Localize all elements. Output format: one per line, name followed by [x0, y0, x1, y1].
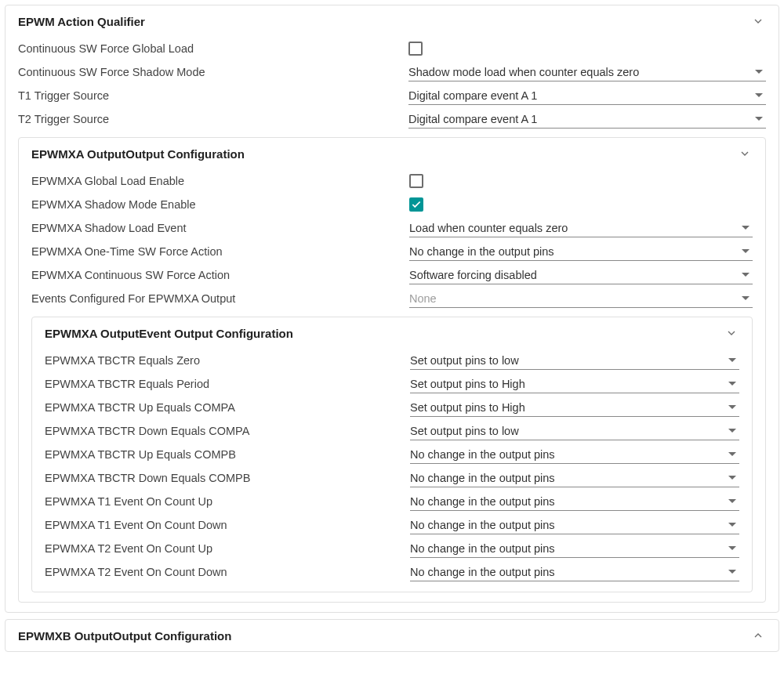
caret-down-icon	[728, 570, 736, 574]
label-epwmxa-onetime-sw-force: EPWMXA One-Time SW Force Action	[31, 245, 409, 258]
select-tbctr-zero[interactable]: Set output pins to low	[410, 351, 739, 370]
chevron-up-icon	[750, 628, 766, 643]
field-t2-trigger: T2 Trigger Source Digital compare event …	[18, 107, 766, 131]
label-cswf-shadow-mode: Continuous SW Force Shadow Mode	[18, 66, 408, 78]
label-t2-count-down: EPWMXA T2 Event On Count Down	[45, 566, 410, 578]
panel-header-epwmxa-output[interactable]: EPWMXA OutputOutput Configuration	[19, 138, 765, 166]
caret-down-icon	[728, 405, 736, 409]
label-t1-trigger: T1 Trigger Source	[18, 89, 408, 102]
select-tbctr-down-compa[interactable]: Set output pins to low	[410, 422, 739, 440]
select-value: No change in the output pins	[409, 245, 554, 258]
select-tbctr-down-compb[interactable]: No change in the output pins	[410, 469, 739, 487]
field-epwmxa-shadow-load-event: EPWMXA Shadow Load Event Load when count…	[31, 216, 753, 240]
select-value: Shadow mode load when counter equals zer…	[408, 66, 639, 78]
select-tbctr-up-compa[interactable]: Set output pins to High	[410, 398, 739, 417]
caret-down-icon	[742, 249, 750, 253]
field-t1-trigger: T1 Trigger Source Digital compare event …	[18, 84, 766, 107]
field-t1-count-down: EPWMXA T1 Event On Count Down No change …	[45, 513, 739, 537]
field-tbctr-zero: EPWMXA TBCTR Equals Zero Set output pins…	[45, 349, 739, 372]
select-t2-count-up[interactable]: No change in the output pins	[410, 539, 739, 558]
panel-body-action-qualifier: Continuous SW Force Global Load Continuo…	[5, 34, 779, 612]
label-t2-trigger: T2 Trigger Source	[18, 113, 408, 125]
select-value: Load when counter equals zero	[409, 222, 568, 234]
panel-epwmxa-output: EPWMXA OutputOutput Configuration EPWMXA…	[18, 137, 766, 603]
label-t2-count-up: EPWMXA T2 Event On Count Up	[45, 542, 410, 555]
caret-down-icon	[742, 226, 750, 230]
select-value: Digital compare event A 1	[408, 113, 537, 125]
caret-down-icon	[755, 117, 763, 121]
select-value: No change in the output pins	[410, 495, 555, 508]
select-value: Software forcing disabled	[409, 269, 537, 281]
label-tbctr-zero: EPWMXA TBCTR Equals Zero	[45, 354, 410, 367]
label-epwmxa-continuous-sw-force: EPWMXA Continuous SW Force Action	[31, 269, 409, 281]
caret-down-icon	[728, 546, 736, 550]
caret-down-icon	[728, 382, 736, 386]
label-tbctr-up-compb: EPWMXA TBCTR Up Equals COMPB	[45, 448, 410, 461]
field-tbctr-up-compa: EPWMXA TBCTR Up Equals COMPA Set output …	[45, 396, 739, 419]
select-value: No change in the output pins	[410, 448, 555, 461]
chevron-down-icon	[724, 325, 739, 341]
panel-title-action-qualifier: EPWM Action Qualifier	[18, 15, 145, 28]
select-tbctr-period[interactable]: Set output pins to High	[410, 375, 739, 393]
checkbox-epwmxa-global-load-enable[interactable]	[409, 174, 423, 188]
panel-header-epwmxb-output[interactable]: EPWMXB OutputOutput Configuration	[5, 620, 779, 651]
panel-epwmxa-output-event: EPWMXA OutputEvent Output Configuration …	[31, 317, 753, 592]
select-value: No change in the output pins	[410, 472, 555, 484]
select-value: No change in the output pins	[410, 542, 555, 555]
field-cswf-shadow-mode: Continuous SW Force Shadow Mode Shadow m…	[18, 60, 766, 84]
select-epwmxa-onetime-sw-force[interactable]: No change in the output pins	[409, 242, 753, 261]
label-t1-count-down: EPWMXA T1 Event On Count Down	[45, 519, 410, 531]
checkbox-epwmxa-shadow-mode-enable[interactable]	[409, 197, 423, 212]
panel-title-epwmxa-output-event: EPWMXA OutputEvent Output Configuration	[45, 327, 293, 340]
field-epwmxa-continuous-sw-force: EPWMXA Continuous SW Force Action Softwa…	[31, 263, 753, 287]
chevron-down-icon	[750, 13, 766, 29]
field-cswf-global-load: Continuous SW Force Global Load	[18, 37, 766, 60]
select-value: None	[409, 292, 437, 305]
select-value: Set output pins to High	[410, 401, 525, 414]
caret-down-icon	[728, 499, 736, 503]
select-value: No change in the output pins	[410, 566, 555, 578]
caret-down-icon	[728, 523, 736, 527]
field-tbctr-down-compb: EPWMXA TBCTR Down Equals COMPB No change…	[45, 466, 739, 490]
select-t2-trigger[interactable]: Digital compare event A 1	[408, 110, 766, 129]
field-tbctr-down-compa: EPWMXA TBCTR Down Equals COMPA Set outpu…	[45, 419, 739, 443]
select-tbctr-up-compb[interactable]: No change in the output pins	[410, 445, 739, 464]
field-epwmxa-global-load-enable: EPWMXA Global Load Enable	[31, 169, 753, 193]
select-value: Set output pins to low	[410, 425, 519, 437]
caret-down-icon	[728, 429, 736, 433]
select-t1-count-up[interactable]: No change in the output pins	[410, 492, 739, 511]
select-value: Set output pins to High	[410, 378, 525, 390]
select-epwmxa-shadow-load-event[interactable]: Load when counter equals zero	[409, 219, 753, 237]
field-tbctr-up-compb: EPWMXA TBCTR Up Equals COMPB No change i…	[45, 443, 739, 466]
select-value: Digital compare event A 1	[408, 89, 537, 102]
caret-down-icon	[742, 296, 750, 300]
caret-down-icon	[728, 452, 736, 456]
select-value: No change in the output pins	[410, 519, 555, 531]
select-epwmxa-events-configured[interactable]: None	[409, 289, 753, 308]
panel-title-epwmxa-output: EPWMXA OutputOutput Configuration	[31, 147, 245, 161]
field-epwmxa-events-configured: Events Configured For EPWMXA Output None	[31, 287, 753, 310]
field-t2-count-down: EPWMXA T2 Event On Count Down No change …	[45, 560, 739, 584]
select-value: Set output pins to low	[410, 354, 519, 367]
select-t1-trigger[interactable]: Digital compare event A 1	[408, 86, 766, 105]
select-cswf-shadow-mode[interactable]: Shadow mode load when counter equals zer…	[408, 63, 766, 81]
select-epwmxa-continuous-sw-force[interactable]: Software forcing disabled	[409, 266, 753, 284]
label-epwmxa-global-load-enable: EPWMXA Global Load Enable	[31, 175, 409, 187]
panel-body-epwmxa-output: EPWMXA Global Load Enable EPWMXA Shadow …	[19, 166, 765, 602]
panel-header-epwmxa-output-event[interactable]: EPWMXA OutputEvent Output Configuration	[32, 317, 752, 346]
checkbox-cswf-global-load[interactable]	[408, 42, 423, 56]
field-epwmxa-shadow-mode-enable: EPWMXA Shadow Mode Enable	[31, 193, 753, 216]
field-tbctr-period: EPWMXA TBCTR Equals Period Set output pi…	[45, 372, 739, 396]
select-t2-count-down[interactable]: No change in the output pins	[410, 563, 739, 581]
panel-header-action-qualifier[interactable]: EPWM Action Qualifier	[5, 5, 779, 34]
label-epwmxa-shadow-mode-enable: EPWMXA Shadow Mode Enable	[31, 198, 409, 211]
select-t1-count-down[interactable]: No change in the output pins	[410, 516, 739, 534]
caret-down-icon	[728, 476, 736, 480]
field-t2-count-up: EPWMXA T2 Event On Count Up No change in…	[45, 537, 739, 560]
label-tbctr-up-compa: EPWMXA TBCTR Up Equals COMPA	[45, 401, 410, 414]
label-epwmxa-shadow-load-event: EPWMXA Shadow Load Event	[31, 222, 409, 234]
caret-down-icon	[755, 93, 763, 97]
label-t1-count-up: EPWMXA T1 Event On Count Up	[45, 495, 410, 508]
chevron-down-icon	[737, 146, 753, 161]
field-t1-count-up: EPWMXA T1 Event On Count Up No change in…	[45, 490, 739, 513]
